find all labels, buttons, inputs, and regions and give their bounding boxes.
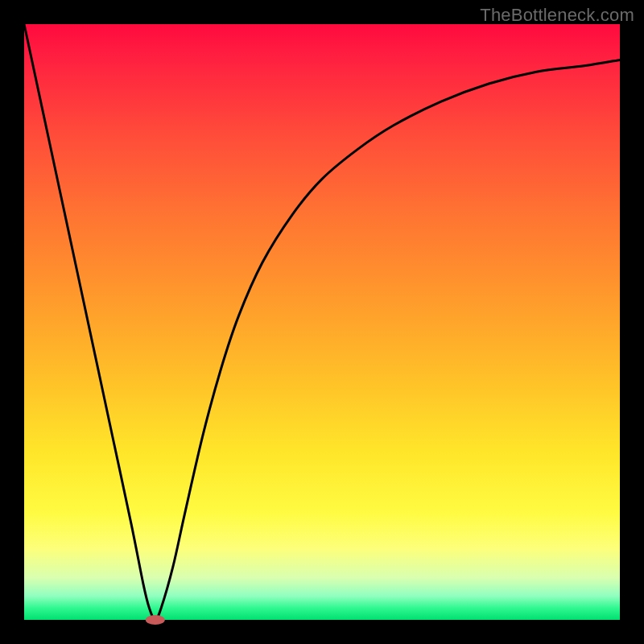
plot-area [24,24,620,620]
chart-frame: TheBottleneck.com [0,0,644,644]
curve-layer [24,24,620,620]
watermark-text: TheBottleneck.com [480,5,634,26]
optimal-marker [146,615,165,625]
bottleneck-curve [24,24,620,620]
